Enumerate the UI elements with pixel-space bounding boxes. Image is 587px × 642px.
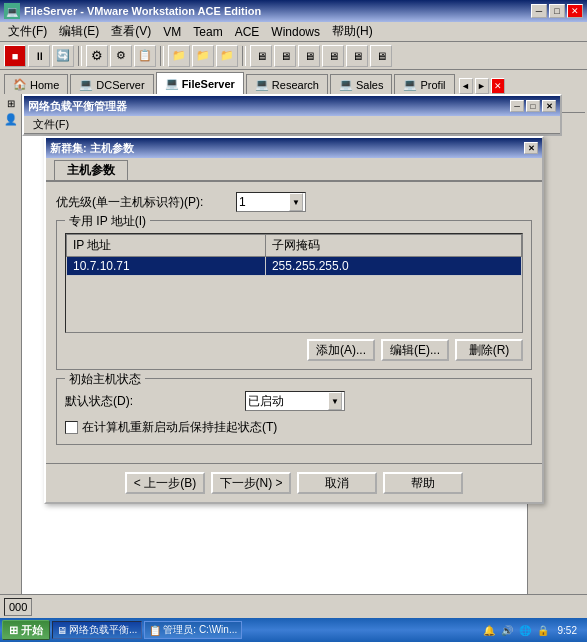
persist-state-checkbox[interactable]: [65, 421, 78, 434]
toolbar-sep-3: [242, 46, 246, 66]
cmd-icon: 📋: [149, 625, 161, 636]
add-ip-button[interactable]: 添加(A)...: [307, 339, 375, 361]
clock-display: 9:52: [554, 625, 581, 636]
systray-icon-4: 🔒: [536, 623, 550, 637]
window-title: FileServer - VMware Workstation ACE Edit…: [24, 5, 261, 17]
nlb-titlebar: 网络负载平衡管理器 ─ □ ✕: [24, 96, 560, 116]
tab-bar: 🏠 Home 💻 DCServer 💻 FileServer 💻 Researc…: [0, 70, 587, 94]
priority-dropdown[interactable]: 1 ▼: [236, 192, 306, 212]
tab-nav-close[interactable]: ✕: [491, 78, 505, 94]
toolbar-btn-1[interactable]: ■: [4, 45, 26, 67]
menu-view[interactable]: 查看(V): [105, 21, 157, 42]
sidebar-expand-icon[interactable]: ⊞: [7, 98, 15, 109]
nlb-menu-file[interactable]: 文件(F): [28, 116, 74, 133]
main-area: ⊞ 👤 网络负载平衡管理器 ─ □ ✕ 文件(F) 新群集: 主机参数 ✕: [0, 94, 587, 594]
taskbar-item-cmd[interactable]: 📋 管理员: C:\Win...: [144, 621, 242, 639]
nlb-maximize-btn[interactable]: □: [526, 100, 540, 112]
toolbar-btn-3[interactable]: 🔄: [52, 45, 74, 67]
toolbar-sep-1: [78, 46, 82, 66]
ip-group-label: 专用 IP 地址(I): [65, 213, 150, 230]
ip-cell-subnet: 255.255.255.0: [265, 257, 521, 276]
tab-nav-prev[interactable]: ◄: [459, 78, 473, 94]
tab-profil-label: Profil: [420, 79, 445, 91]
toolbar-btn-9[interactable]: 📁: [216, 45, 238, 67]
dialog-footer: < 上一步(B) 下一步(N) > 取消 帮助: [46, 463, 542, 502]
toolbar-btn-12[interactable]: 🖥: [298, 45, 320, 67]
toolbar-btn-10[interactable]: 🖥: [250, 45, 272, 67]
menu-team[interactable]: Team: [187, 23, 228, 41]
table-row[interactable]: 10.7.10.71 255.255.255.0: [67, 257, 522, 276]
systray-icon-2: 🔊: [500, 623, 514, 637]
taskbar-right: 🔔 🔊 🌐 🔒 9:52: [482, 623, 585, 637]
dialog-tab-host-params[interactable]: 主机参数: [54, 160, 128, 180]
toolbar-btn-4[interactable]: ⚙: [86, 45, 108, 67]
cancel-button[interactable]: 取消: [297, 472, 377, 494]
nlb-minimize-btn[interactable]: ─: [510, 100, 524, 112]
toolbar-btn-15[interactable]: 🖥: [370, 45, 392, 67]
menu-help[interactable]: 帮助(H): [326, 21, 379, 42]
maximize-button[interactable]: □: [549, 4, 565, 18]
nlb-taskbar-label: 网络负载平衡...: [69, 623, 137, 637]
dialog-body: 优先级(单一主机标识符)(P): 1 ▼ 专用 IP 地址(I): [46, 182, 542, 463]
sidebar-host-icon[interactable]: 👤: [4, 113, 18, 126]
default-state-row: 默认状态(D): 已启动 ▼: [65, 391, 523, 411]
minimize-button[interactable]: ─: [531, 4, 547, 18]
title-bar-buttons: ─ □ ✕: [531, 4, 583, 18]
toolbar-btn-14[interactable]: 🖥: [346, 45, 368, 67]
toolbar-btn-13[interactable]: 🖥: [322, 45, 344, 67]
start-button[interactable]: ⊞ 开始: [2, 620, 50, 640]
ip-address-groupbox: 专用 IP 地址(I) IP 地址 子网掩码: [56, 220, 532, 370]
next-button[interactable]: 下一步(N) >: [211, 472, 291, 494]
ip-col-header-ip: IP 地址: [67, 235, 266, 257]
tab-profil[interactable]: 💻 Profil: [394, 74, 454, 94]
profil-icon: 💻: [403, 78, 417, 91]
default-state-value: 已启动: [248, 393, 284, 410]
tab-sales[interactable]: 💻 Sales: [330, 74, 393, 94]
default-state-dropdown[interactable]: 已启动 ▼: [245, 391, 345, 411]
taskbar-item-nlb[interactable]: 🖥 网络负载平衡...: [52, 621, 142, 639]
nlb-menubar: 文件(F): [24, 116, 560, 134]
dialog-new-cluster: 新群集: 主机参数 ✕ 主机参数 优先级(单一主机标识符)(P): 1 ▼: [44, 136, 544, 504]
ip-table: IP 地址 子网掩码 10.7.10.71 255.255.255.0: [66, 234, 522, 276]
tab-home[interactable]: 🏠 Home: [4, 74, 68, 94]
nlb-window: 网络负载平衡管理器 ─ □ ✕ 文件(F) 新群集: 主机参数 ✕ 主机参数: [22, 94, 562, 136]
nlb-icon: 🖥: [57, 625, 67, 636]
title-bar-left: 💻 FileServer - VMware Workstation ACE Ed…: [4, 3, 261, 19]
menu-edit[interactable]: 编辑(E): [53, 21, 105, 42]
toolbar-btn-11[interactable]: 🖥: [274, 45, 296, 67]
tab-research-label: Research: [272, 79, 319, 91]
tab-nav-next[interactable]: ►: [475, 78, 489, 94]
menu-windows[interactable]: Windows: [265, 23, 326, 41]
nlb-titlebar-buttons: ─ □ ✕: [510, 100, 556, 112]
nlb-title: 网络负载平衡管理器: [28, 99, 127, 114]
priority-dropdown-arrow[interactable]: ▼: [289, 193, 303, 211]
main-content: 网络负载平衡管理器 ─ □ ✕ 文件(F) 新群集: 主机参数 ✕ 主机参数: [22, 94, 527, 594]
state-groupbox: 初始主机状态 默认状态(D): 已启动 ▼ 在计算机重新启动后保持挂起状态(T): [56, 378, 532, 445]
ip-cell-ip: 10.7.10.71: [67, 257, 266, 276]
status-item-log: 000: [4, 598, 32, 616]
toolbar-btn-2[interactable]: ⏸: [28, 45, 50, 67]
delete-ip-button[interactable]: 删除(R): [455, 339, 523, 361]
toolbar-btn-8[interactable]: 📁: [192, 45, 214, 67]
tab-research[interactable]: 💻 Research: [246, 74, 328, 94]
ip-table-container: IP 地址 子网掩码 10.7.10.71 255.255.255.0: [65, 233, 523, 333]
prev-button[interactable]: < 上一步(B): [125, 472, 205, 494]
start-label: 开始: [21, 623, 43, 638]
close-button[interactable]: ✕: [567, 4, 583, 18]
menu-file[interactable]: 文件(F): [2, 21, 53, 42]
edit-ip-button[interactable]: 编辑(E)...: [381, 339, 449, 361]
main-sidebar: ⊞ 👤: [0, 94, 22, 594]
tab-fileserver[interactable]: 💻 FileServer: [156, 72, 244, 94]
menu-vm[interactable]: VM: [157, 23, 187, 41]
dialog-close-btn[interactable]: ✕: [524, 142, 538, 154]
menu-ace[interactable]: ACE: [229, 23, 266, 41]
default-state-arrow[interactable]: ▼: [328, 392, 342, 410]
tab-dcserver-label: DCServer: [96, 79, 144, 91]
toolbar-btn-7[interactable]: 📁: [168, 45, 190, 67]
toolbar-btn-6[interactable]: 📋: [134, 45, 156, 67]
help-button[interactable]: 帮助: [383, 472, 463, 494]
nlb-close-btn[interactable]: ✕: [542, 100, 556, 112]
toolbar-btn-5[interactable]: ⚙: [110, 45, 132, 67]
tab-dcserver[interactable]: 💻 DCServer: [70, 74, 153, 94]
sales-icon: 💻: [339, 78, 353, 91]
